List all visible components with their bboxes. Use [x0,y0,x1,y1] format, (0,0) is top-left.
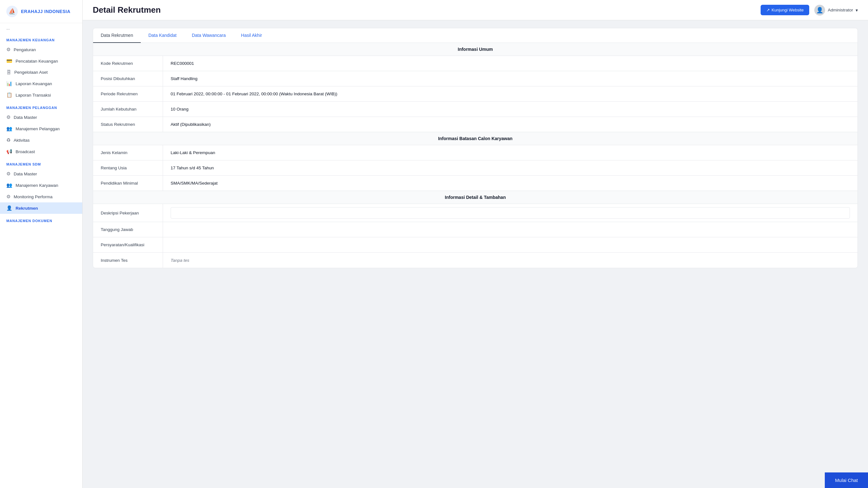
label-kode-rekrutmen: Kode Rekrutmen [93,56,163,71]
section-label-pelanggan: MANAJEMEN PELANGGAN [0,101,82,112]
row-rentang-usia: Rentang Usia 17 Tahun s/d 45 Tahun [93,160,858,176]
value-rentang-usia: 17 Tahun s/d 45 Tahun [163,160,858,175]
section-header-batasan: Informasi Batasan Calon Karyawan [93,132,858,145]
chart-icon: 📊 [6,81,12,86]
row-persyaratan: Persyaratan/Kualifikasi [93,237,858,252]
list-icon: 📋 [6,92,12,98]
label-jenis-kelamin: Jenis Kelamin [93,145,163,160]
sidebar-item-pengelolaan-aset[interactable]: 🗄 Pengelolaan Aset [0,67,82,78]
value-status-rekrutmen: Aktif (Dipublikasikan) [163,117,858,132]
section-label-keuangan: MANAJEMEN KEUANGAN [0,33,82,44]
section-header-umum: Informasi Umum [93,43,858,56]
person-icon: 👤 [6,205,12,211]
label-periode-rekrutmen: Periode Rekrutmen [93,86,163,101]
sidebar-stub-top: ... [0,23,82,33]
row-periode-rekrutmen: Periode Rekrutmen 01 Februari 2022, 00:0… [93,86,858,102]
row-pendidikan-minimal: Pendidikan Minimal SMA/SMK/MA/Sederajat [93,176,858,191]
card-icon: 💳 [6,58,12,64]
sidebar-logo: ⛵ ERAHAJJ INDONESIA [0,0,82,23]
tab-data-kandidat[interactable]: Data Kandidat [141,28,184,43]
section-label-dokumen: MANAJEMEN DOKUMEN [0,214,82,224]
sidebar-item-monitoring-performa[interactable]: ⚙ Monitoring Performa [0,191,82,203]
value-periode-rekrutmen: 01 Februari 2022, 00:00:00 - 01 Februari… [163,86,858,101]
value-instrumen-tes: Tanpa tes [163,252,858,268]
label-posisi-dibutuhkan: Posisi Dibutuhkan [93,71,163,86]
broadcast-icon: 📢 [6,149,12,154]
tab-data-wawancara[interactable]: Data Wawancara [184,28,234,43]
recycle-icon: ♻ [6,137,10,143]
label-rentang-usia: Rentang Usia [93,160,163,175]
sidebar: ⛵ ERAHAJJ INDONESIA ... MANAJEMEN KEUANG… [0,0,83,488]
label-pendidikan-minimal: Pendidikan Minimal [93,176,163,191]
label-tanggung-jawab: Tanggung Jawab [93,222,163,237]
row-tanggung-jawab: Tanggung Jawab [93,222,858,237]
sidebar-item-pencatatan-keuangan[interactable]: 💳 Pencatatan Keuangan [0,55,82,67]
sidebar-item-data-master-sdm[interactable]: ⚙ Data Master [0,168,82,180]
row-posisi-dibutuhkan: Posisi Dibutuhkan Staff Handling [93,71,858,86]
label-persyaratan: Persyaratan/Kualifikasi [93,237,163,252]
row-kode-rekrutmen: Kode Rekrutmen REC000001 [93,56,858,71]
row-jumlah-kebutuhan: Jumlah Kebutuhan 10 Orang [93,102,858,117]
topbar: Detail Rekrutmen ↗ Kunjungi Website 👤 Ad… [83,0,868,20]
value-tanggung-jawab [163,222,858,237]
avatar: 👤 [814,5,825,16]
sidebar-item-broadcast[interactable]: 📢 Broadcast [0,146,82,157]
visit-website-button[interactable]: ↗ Kunjungi Website [761,5,810,15]
row-jenis-kelamin: Jenis Kelamin Laki-Laki & Perempuan [93,145,858,160]
value-jenis-kelamin: Laki-Laki & Perempuan [163,145,858,160]
gear-icon-3: ⚙ [6,171,10,177]
deskripsi-input-box[interactable] [170,207,850,219]
value-pendidikan-minimal: SMA/SMK/MA/Sederajat [163,176,858,191]
topbar-right: ↗ Kunjungi Website 👤 Administrator ▾ [761,5,858,16]
chevron-down-icon: ▾ [856,8,858,13]
tab-data-rekrutmen[interactable]: Data Rekrutmen [93,28,141,43]
external-link-icon: ↗ [766,8,770,12]
mulai-chat-button[interactable]: Mulai Chat [825,472,868,488]
main-area: Detail Rekrutmen ↗ Kunjungi Website 👤 Ad… [83,0,868,488]
section-header-detail: Informasi Detail & Tambahan [93,191,858,204]
value-posisi-dibutuhkan: Staff Handling [163,71,858,86]
value-persyaratan [163,237,858,252]
row-deskripsi-pekerjaan: Deskripsi Pekerjaan [93,204,858,222]
sidebar-item-pengaturan[interactable]: ⚙ Pengaturan [0,44,82,55]
sidebar-item-manajemen-karyawan[interactable]: 👥 Manajemen Karyawan [0,180,82,191]
label-jumlah-kebutuhan: Jumlah Kebutuhan [93,102,163,117]
sidebar-item-laporan-keuangan[interactable]: 📊 Laporan Keuangan [0,78,82,89]
content-area: Data Rekrutmen Data Kandidat Data Wawanc… [83,20,868,488]
gear-icon-2: ⚙ [6,114,10,120]
admin-menu[interactable]: 👤 Administrator ▾ [814,5,858,16]
label-status-rekrutmen: Status Rekrutmen [93,117,163,132]
sidebar-item-laporan-transaksi[interactable]: 📋 Laporan Transaksi [0,89,82,101]
employees-icon: 👥 [6,182,12,188]
label-deskripsi-pekerjaan: Deskripsi Pekerjaan [93,204,163,222]
page-title: Detail Rekrutmen [93,5,161,15]
sidebar-item-manajemen-pelanggan[interactable]: 👥 Manajemen Pelanggan [0,123,82,134]
value-kode-rekrutmen: REC000001 [163,56,858,71]
gear-icon: ⚙ [6,47,10,53]
monitoring-icon: ⚙ [6,194,10,200]
row-instrumen-tes: Instrumen Tes Tanpa tes [93,252,858,268]
user-icon: 👤 [816,7,823,14]
sidebar-item-aktivitas[interactable]: ♻ Aktivitas [0,134,82,146]
tab-hasil-akhir[interactable]: Hasil Akhir [234,28,270,43]
users-icon: 👥 [6,126,12,131]
value-deskripsi-pekerjaan [163,204,858,222]
label-instrumen-tes: Instrumen Tes [93,252,163,268]
sidebar-item-data-master-pelanggan[interactable]: ⚙ Data Master [0,112,82,123]
tabs-bar: Data Rekrutmen Data Kandidat Data Wawanc… [93,28,858,43]
row-status-rekrutmen: Status Rekrutmen Aktif (Dipublikasikan) [93,117,858,132]
sidebar-item-rekrutmen[interactable]: 👤 Rekrutmen [0,203,82,214]
cabinet-icon: 🗄 [6,69,11,75]
logo-text: ERAHAJJ INDONESIA [21,9,70,14]
detail-card: Data Rekrutmen Data Kandidat Data Wawanc… [93,28,858,268]
value-jumlah-kebutuhan: 10 Orang [163,102,858,117]
logo-icon: ⛵ [6,6,18,17]
section-label-sdm: MANAJEMEN SDM [0,157,82,168]
